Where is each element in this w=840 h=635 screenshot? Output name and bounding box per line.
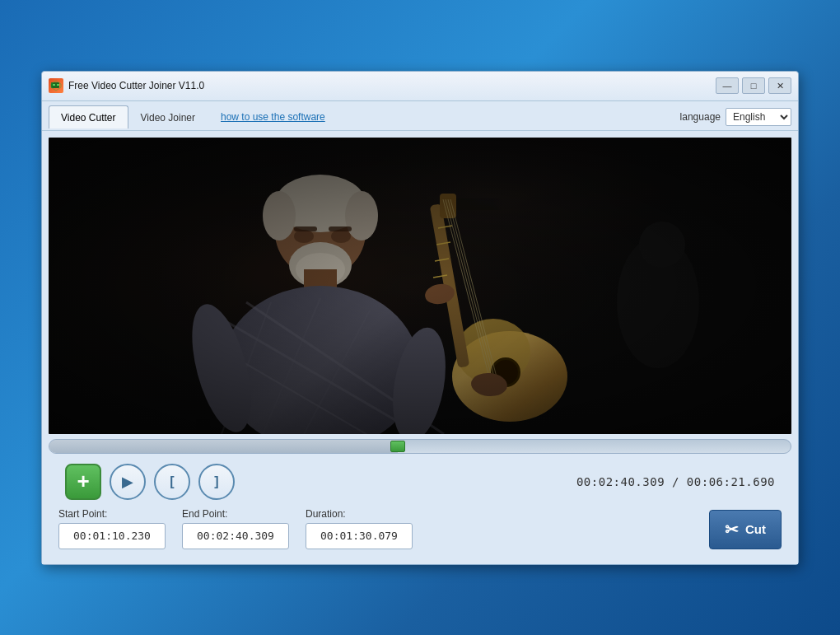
language-select[interactable]: English Chinese Spanish French German [726, 108, 791, 126]
bottom-controls: Start Point: End Point: Duration: ✂ Cut [49, 505, 791, 558]
tab-video-cutter[interactable]: Video Cutter [49, 105, 128, 128]
start-point-group: Start Point: [58, 508, 166, 549]
progress-fill [49, 440, 398, 453]
bracket-open-icon: [ [170, 474, 174, 489]
language-area: language English Chinese Spanish French … [680, 108, 791, 126]
end-point-input[interactable] [182, 523, 289, 549]
add-file-button[interactable]: + [65, 464, 101, 500]
app-window: Free Video Cutter Joiner V11.0 — □ ✕ Vid… [41, 71, 799, 565]
progress-thumb[interactable] [390, 441, 405, 452]
window-controls: — □ ✕ [716, 77, 791, 94]
duration-label: Duration: [306, 508, 413, 520]
bracket-close-icon: ] [214, 474, 218, 489]
cut-label: Cut [745, 522, 766, 536]
time-display: 00:02:40.309 / 00:06:21.690 [576, 475, 775, 488]
svg-rect-3 [57, 84, 59, 86]
howto-link[interactable]: how to use the software [221, 111, 325, 123]
menu-bar: Video Cutter Video Joiner how to use the… [42, 101, 798, 131]
start-point-label: Start Point: [58, 508, 166, 520]
cut-button[interactable]: ✂ Cut [709, 510, 782, 549]
title-bar: Free Video Cutter Joiner V11.0 — □ ✕ [42, 72, 798, 101]
window-title: Free Video Cutter Joiner V11.0 [68, 80, 716, 91]
start-point-input[interactable] [58, 523, 166, 549]
maximize-button[interactable]: □ [742, 77, 765, 94]
svg-rect-2 [53, 84, 55, 86]
bracket-close-button[interactable]: ] [198, 464, 235, 500]
progress-bar[interactable] [49, 439, 791, 454]
app-icon [49, 78, 63, 93]
end-point-group: End Point: [182, 508, 289, 549]
main-content: + ▶ [ ] 00:02:40.309 / 00:06:21.690 Star… [42, 131, 798, 564]
duration-group: Duration: [306, 508, 413, 549]
duration-input[interactable] [306, 523, 413, 549]
play-button[interactable]: ▶ [110, 464, 146, 500]
close-button[interactable]: ✕ [768, 77, 791, 94]
video-area [49, 138, 791, 434]
controls-row: + ▶ [ ] 00:02:40.309 / 00:06:21.690 [49, 459, 791, 505]
cut-icon: ✂ [725, 520, 739, 539]
play-icon: ▶ [122, 473, 133, 491]
svg-rect-47 [49, 138, 791, 434]
end-point-label: End Point: [182, 508, 289, 520]
video-frame [49, 138, 791, 434]
minimize-button[interactable]: — [716, 77, 739, 94]
tab-video-joiner[interactable]: Video Joiner [128, 105, 208, 128]
language-label: language [680, 111, 721, 123]
bracket-open-button[interactable]: [ [154, 464, 190, 500]
